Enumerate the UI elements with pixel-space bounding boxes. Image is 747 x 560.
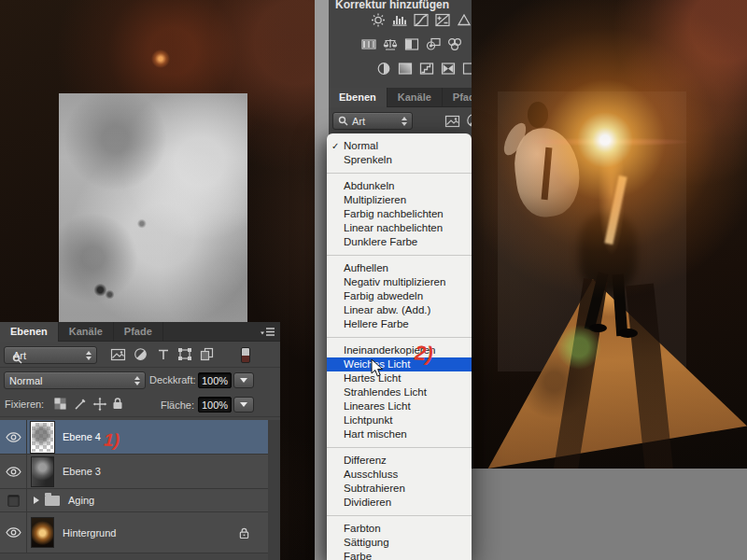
smart-object-filter-icon[interactable] (199, 347, 215, 361)
layer-filter-row: Art (0, 343, 280, 368)
tab-pfade[interactable]: Pfade (114, 322, 163, 342)
opacity-value[interactable]: 100% (198, 372, 232, 388)
selective-color-icon[interactable] (461, 61, 472, 77)
layer-row-aging-group[interactable]: Aging (0, 489, 268, 512)
layer-row-ebene3[interactable]: Ebene 3 (0, 455, 268, 489)
menu-item[interactable]: Strahlendes Licht (327, 385, 472, 399)
menu-item[interactable]: Sprenkeln (327, 153, 472, 167)
menu-item[interactable]: Hart mischen (327, 427, 472, 441)
lock-all-icon[interactable] (112, 397, 123, 410)
vibrance-icon[interactable] (456, 12, 472, 28)
black-white-icon[interactable] (403, 36, 420, 52)
layer-thumbnail[interactable] (31, 456, 54, 487)
layers-panel: Ebenen Kanäle Pfade Art (0, 322, 280, 560)
layer-filter-kind-select[interactable]: Art (4, 346, 97, 364)
tab-ebenen[interactable]: Ebenen (0, 322, 59, 342)
lock-position-icon[interactable] (92, 397, 107, 412)
pixel-layer-filter-icon[interactable] (444, 114, 460, 128)
exposure-icon[interactable] (434, 12, 451, 28)
layer-thumbnail[interactable] (31, 422, 54, 453)
menu-item[interactable]: Dunklere Farbe (327, 235, 472, 249)
menu-item[interactable]: Farbig nachbelichten (327, 207, 472, 221)
layer-filter-kind-select[interactable]: Art (332, 112, 413, 130)
photoshop-workspace: Korrektur hinzufügen (0, 0, 747, 560)
pixel-layer-filter-icon[interactable] (110, 347, 126, 361)
group-disclosure-icon[interactable] (34, 497, 39, 504)
menu-item[interactable]: Aufhellen (327, 261, 472, 275)
color-balance-icon[interactable] (382, 36, 399, 52)
menu-item-weiches-licht[interactable]: Weiches Licht (327, 357, 472, 371)
menu-item[interactable]: Lichtpunkt (327, 413, 472, 427)
menu-item[interactable]: Dividieren (327, 496, 472, 510)
document-right-canvas[interactable] (472, 0, 747, 469)
menu-item[interactable]: Linear abw. (Add.) (327, 303, 472, 317)
menu-item[interactable]: Negativ multiplizieren (327, 275, 472, 289)
fill-dropdown-button[interactable] (233, 397, 254, 413)
threshold-icon[interactable] (440, 61, 457, 77)
menu-item[interactable]: Subtrahieren (327, 482, 472, 496)
lock-pixels-icon[interactable] (74, 397, 88, 411)
blend-mode-select[interactable]: Normal (4, 371, 146, 389)
menu-item[interactable]: Farbton (327, 522, 472, 536)
texture-layer-preview[interactable] (59, 93, 247, 322)
menu-item[interactable]: Ineinanderkopieren (327, 343, 472, 357)
hue-saturation-icon[interactable] (360, 36, 377, 52)
checkmark-icon: ✓ (331, 139, 339, 153)
photo-filter-icon[interactable] (425, 36, 442, 52)
opacity-dropdown-button[interactable] (233, 372, 254, 388)
visibility-toggle[interactable] (0, 512, 27, 553)
menu-item-normal[interactable]: ✓ Normal (327, 139, 472, 153)
tab-pfade[interactable]: Pfade (443, 88, 472, 107)
visibility-toggle[interactable] (0, 420, 27, 454)
layer-list: Ebene 4 Ebene 3 Aging (0, 420, 268, 553)
layer-row-hintergrund[interactable]: Hintergrund (0, 512, 268, 553)
visibility-toggle[interactable] (0, 489, 27, 511)
type-layer-filter-icon[interactable] (155, 347, 171, 361)
menu-item[interactable]: Farbe (327, 550, 472, 560)
hidden-visibility-box (7, 495, 20, 507)
panel-menu-icon[interactable] (261, 327, 275, 337)
channel-mixer-icon[interactable] (446, 36, 463, 52)
menu-item[interactable]: Multiplizieren (327, 193, 472, 207)
posterize-icon[interactable] (418, 61, 435, 77)
menu-separator (327, 515, 472, 516)
gradient-map-icon[interactable] (397, 61, 414, 77)
layer-name[interactable]: Ebene 4 (63, 431, 101, 442)
fill-value[interactable]: 100% (198, 397, 232, 413)
menu-item[interactable]: Hartes Licht (327, 371, 472, 385)
layer-row-ebene4[interactable]: Ebene 4 (0, 420, 268, 455)
shape-layer-filter-icon[interactable] (176, 347, 192, 361)
tab-ebenen[interactable]: Ebenen (329, 88, 388, 107)
menu-item[interactable]: Hellere Farbe (327, 317, 472, 331)
menu-item[interactable]: Differenz (327, 454, 472, 468)
layer-name[interactable]: Ebene 3 (63, 466, 101, 477)
adjustment-layer-filter-icon[interactable] (465, 113, 472, 128)
adjustments-panel-title: Korrektur hinzufügen (335, 0, 449, 11)
lock-transparency-icon[interactable] (54, 398, 66, 410)
visibility-toggle[interactable] (0, 455, 27, 488)
menu-item[interactable]: Ausschluss (327, 468, 472, 482)
layer-thumbnail[interactable] (31, 517, 54, 548)
lock-label: Fixieren: (5, 399, 44, 410)
tab-kanaele[interactable]: Kanäle (388, 88, 443, 107)
opacity-label: Deckkraft: (149, 374, 194, 385)
menu-item[interactable]: Sättigung (327, 536, 472, 550)
menu-item[interactable]: Lineares Licht (327, 399, 472, 413)
menu-separator (327, 173, 472, 174)
menu-item[interactable]: Farbig abwedeln (327, 289, 472, 303)
curves-icon[interactable] (413, 12, 430, 28)
menu-separator (327, 337, 472, 338)
menu-item[interactable]: Abdunkeln (327, 179, 472, 193)
brightness-contrast-icon[interactable] (370, 12, 387, 28)
layer-name[interactable]: Aging (68, 495, 94, 506)
invert-icon[interactable] (375, 61, 392, 77)
layer-filter-kind-value: Art (352, 116, 365, 127)
layer-list-scroll-gutter[interactable] (268, 420, 280, 560)
filter-toggle-switch[interactable] (241, 347, 250, 363)
layer-name[interactable]: Hintergrund (63, 527, 116, 539)
levels-icon[interactable] (391, 12, 408, 28)
adjustment-layer-filter-icon[interactable] (133, 347, 148, 361)
tab-kanaele[interactable]: Kanäle (59, 322, 114, 342)
layer-filter-row: Art (329, 108, 472, 134)
menu-item[interactable]: Linear nachbelichten (327, 221, 472, 235)
